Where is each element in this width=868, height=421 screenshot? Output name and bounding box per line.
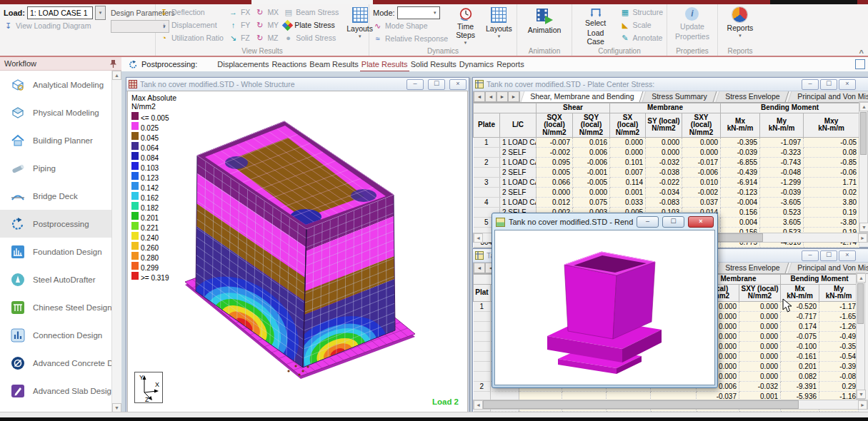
cell[interactable]: -0.439	[721, 168, 760, 178]
cell[interactable]: -0.39	[819, 361, 859, 371]
cell[interactable]: 2 SELF	[500, 148, 537, 158]
scroll-right-arrow[interactable]: ►	[858, 400, 867, 410]
cell[interactable]: 3.80	[804, 198, 859, 208]
cell[interactable]: 2 SELF	[500, 188, 537, 198]
cell[interactable]: -3.605	[760, 198, 804, 208]
close-button[interactable]: ×	[449, 79, 467, 90]
cell[interactable]	[474, 188, 500, 198]
cell[interactable]: 0.004	[721, 218, 760, 228]
col-my[interactable]: MykN-m/m	[819, 284, 859, 301]
col-plate[interactable]: Plate	[474, 113, 500, 138]
cell[interactable]: 0.037	[682, 198, 721, 208]
plate-stress-button[interactable]: Plate Stress	[284, 19, 339, 31]
mode-select[interactable]: ▼	[397, 6, 440, 19]
cell[interactable]	[474, 361, 491, 371]
cell[interactable]: 0.114	[610, 178, 646, 188]
cell[interactable]: -0.083	[646, 198, 682, 208]
cell[interactable]: -0.038	[646, 168, 682, 178]
col-mxy[interactable]: MxykN-m/m	[804, 113, 859, 138]
col-sxy[interactable]: SXY (local)N/mm2	[739, 284, 781, 301]
col-sqy[interactable]: SQY (local)N/mm2	[573, 113, 610, 138]
cell[interactable]: -3.80	[804, 218, 859, 228]
cell[interactable]: 0.066	[537, 178, 573, 188]
cell[interactable]: 0.08	[804, 148, 859, 158]
whole-structure-titlebar[interactable]: Tank no cover modified.STD - Whole Struc…	[126, 78, 469, 91]
select-load-case-button[interactable]: Select Load Case	[576, 6, 615, 46]
cell[interactable]: 0.000	[739, 361, 781, 371]
cell[interactable]: 2	[474, 158, 500, 168]
cell[interactable]: -0.743	[760, 158, 804, 168]
cell[interactable]: 0.000	[739, 331, 781, 341]
result-tab[interactable]: Plate Results	[360, 59, 409, 72]
cell[interactable]: 0.005	[537, 168, 573, 178]
table-row[interactable]: 31 LOAD CAS 0.066-0.005 0.114-0.022 0.01…	[474, 178, 859, 188]
col-my[interactable]: MykN-m/m	[760, 113, 804, 138]
sheet-tab[interactable]: Stress Envelope	[716, 263, 789, 273]
cell[interactable]: -0.08	[819, 371, 859, 381]
cell[interactable]	[474, 311, 491, 321]
cell[interactable]: -0.032	[646, 158, 682, 168]
cell[interactable]: -0.123	[721, 188, 760, 198]
cell[interactable]: 3	[474, 178, 500, 188]
rendered-view-titlebar[interactable]: Tank no cover modified.STD - Rendered Vi…	[494, 215, 715, 230]
sidebar-item-piping[interactable]: Piping	[0, 154, 121, 182]
cell[interactable]: -0.49	[819, 331, 859, 341]
scroll-right-arrow[interactable]: ►	[858, 233, 867, 243]
cell[interactable]: 0.201	[781, 361, 819, 371]
cell[interactable]: 0.033	[610, 198, 646, 208]
cell[interactable]: 1 LOAD CAS	[500, 158, 537, 168]
cell[interactable]: 0.082	[781, 371, 819, 381]
cell[interactable]: -9.391	[781, 381, 819, 391]
cell[interactable]: 0.000	[739, 301, 781, 311]
cell[interactable]: 0.000	[682, 148, 721, 158]
scroll-up-arrow[interactable]: ▲	[112, 71, 121, 80]
fx-button[interactable]: →FX	[229, 6, 250, 18]
cell[interactable]: -1.097	[760, 138, 804, 148]
cell[interactable]: -0.022	[646, 178, 682, 188]
scroll-up-arrow[interactable]: ▲	[857, 273, 866, 283]
minimize-button[interactable]: –	[802, 79, 819, 90]
cell[interactable]: 1	[474, 138, 500, 148]
cell[interactable]: 0.095	[537, 158, 573, 168]
col-plate[interactable]: Plat	[474, 284, 491, 301]
load-case-dropdown-button[interactable]: ▼	[95, 6, 106, 20]
maximize-button[interactable]: ☐	[428, 79, 445, 90]
cell[interactable]: 0.000	[646, 138, 682, 148]
cell[interactable]: -0.001	[573, 168, 610, 178]
mx-button[interactable]: ↻MX	[255, 6, 279, 18]
cell[interactable]: 4	[474, 198, 500, 208]
cell[interactable]: -0.05	[804, 138, 859, 148]
table-row[interactable]: 2 SELF 0.005-0.001 0.007-0.038 -0.006-0.…	[474, 168, 859, 178]
sidebar-item-bridge-deck[interactable]: Bridge Deck	[0, 182, 121, 210]
cell[interactable]	[474, 331, 491, 341]
table-row[interactable]: 2 SELF -0.0020.006 0.0000.000 0.000-0.03…	[474, 148, 859, 158]
dynamics-layouts-button[interactable]: Layouts ▼	[483, 6, 515, 46]
sidebar-item-advanced-slab-design[interactable]: Advanced Slab Design	[0, 377, 121, 405]
mode-shape-button[interactable]: ∿Mode Shape	[373, 20, 448, 31]
cell[interactable]: -0.007	[537, 138, 573, 148]
vertical-scrollbar[interactable]: ▲ ▼	[856, 273, 865, 400]
scroll-down-arrow[interactable]: ▼	[857, 390, 866, 399]
cell[interactable]: -0.004	[721, 198, 760, 208]
cell[interactable]: -0.039	[721, 148, 760, 158]
cell[interactable]: -0.039	[760, 188, 804, 198]
cell[interactable]: -0.005	[573, 178, 610, 188]
close-button[interactable]: ×	[839, 79, 856, 90]
next-sheet-button[interactable]: ►	[497, 91, 508, 102]
minimize-button[interactable]: –	[802, 250, 819, 261]
sidebar-item-steel-autodrafter[interactable]: Steel AutoDrafter	[0, 265, 121, 293]
model-canvas[interactable]: Max Absolute N/mm2 <= 0.005 0.025 0.045	[127, 91, 468, 412]
solid-stress-button[interactable]: ●Solid Stress	[284, 32, 339, 44]
sidebar-item-postprocessing[interactable]: Postprocessing	[0, 210, 121, 238]
cell[interactable]: 2	[474, 381, 491, 391]
sheet-tab[interactable]: Principal and Von Mis	[788, 91, 868, 102]
table-row[interactable]: 41 LOAD CAS 0.0120.075 0.033-0.083 0.037…	[474, 198, 859, 208]
mz-button[interactable]: ↻MZ	[255, 32, 279, 44]
rendered-view-canvas[interactable]	[494, 230, 715, 385]
cell[interactable]: -0.034	[646, 188, 682, 198]
cell[interactable]: -0.048	[760, 168, 804, 178]
cell[interactable]: 0.075	[573, 198, 610, 208]
beam-stress-button[interactable]: ▤Beam Stress	[284, 6, 339, 18]
cell[interactable]	[474, 168, 500, 178]
cell[interactable]: -0.075	[781, 331, 819, 341]
